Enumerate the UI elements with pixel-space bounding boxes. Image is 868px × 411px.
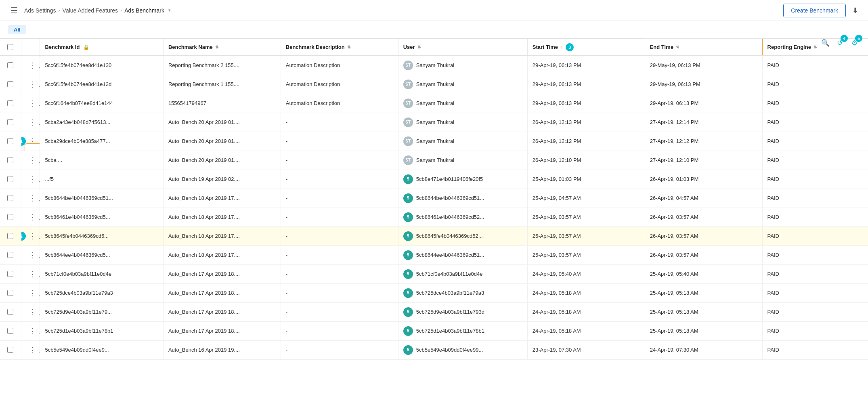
breadcrumb-dropdown-icon[interactable]: ▾ — [168, 8, 171, 13]
row-dots-menu-button[interactable]: ⋮ — [26, 289, 38, 298]
row-checkbox[interactable] — [7, 176, 13, 182]
row-menu-cell: ⋮ — [21, 283, 40, 302]
select-all-checkbox[interactable] — [7, 44, 13, 50]
row-start-time: 24-Apr-19, 05:18 AM — [527, 321, 645, 340]
breadcrumb-ads-settings[interactable]: Ads Settings — [24, 7, 56, 14]
row-user: 55cb8644ee4b0446369cd51... — [398, 245, 527, 264]
breadcrumb-ads-benchmark: Ads Benchmark — [124, 7, 164, 14]
header-left: ☰ Ads Settings › Value Added Features › … — [8, 6, 171, 15]
create-benchmark-button[interactable]: Create Benchmark — [783, 4, 846, 17]
row-checkbox[interactable] — [7, 100, 13, 106]
row-checkbox[interactable] — [7, 347, 13, 353]
row-start-time: 26-Apr-19, 12:12 PM — [527, 132, 645, 151]
row-end-time: 26-Apr-19, 03:57 AM — [645, 226, 762, 245]
th-benchmark-description[interactable]: Benchmark Description ⇅ — [281, 39, 398, 56]
row-checkbox[interactable] — [7, 81, 13, 87]
row-user: 55cb8644be4b0446369cd51... — [398, 189, 527, 208]
search-button[interactable]: 🔍 — [820, 37, 831, 48]
row-checkbox[interactable] — [7, 138, 13, 144]
row-checkbox[interactable] — [7, 233, 13, 239]
table-row: ⋮5cc6f164e4b074ee8d41e1441556541794967Au… — [0, 94, 868, 113]
table-row: ⋮5cb71cf0e4b03a9bf11e0d4eAuto_Bench 17 A… — [0, 264, 868, 283]
row-start-time: 25-Apr-19, 01:03 PM — [527, 170, 645, 189]
refresh-button[interactable]: ↺ 4 — [834, 37, 845, 48]
row-dots-menu-button[interactable]: ⋮ — [26, 156, 38, 165]
row-menu-cell: ⋮ — [21, 113, 40, 132]
row-dots-menu-button[interactable]: ⋮ — [26, 308, 38, 317]
row-benchmark-id: 5cb8645fe4b0446369cd5... — [40, 226, 163, 245]
header-right: Create Benchmark ⬇ — [783, 4, 860, 17]
row-checkbox[interactable] — [7, 62, 13, 68]
row-user: 55cb725dce4b03a9bf11e79a3 — [398, 283, 527, 302]
avatar: 5 — [403, 326, 413, 336]
tab-all[interactable]: All — [8, 25, 26, 34]
row-checkbox[interactable] — [7, 119, 13, 125]
row-reporting-engine: PAID — [762, 75, 868, 94]
row-benchmark-name: Auto_Bench 17 Apr 2019 18.... — [163, 302, 281, 321]
th-start-time[interactable]: Start Time ↓ 3 — [527, 39, 645, 56]
th-user-label: User — [403, 44, 415, 50]
row-dots-menu-button[interactable]: ⋮ — [26, 327, 38, 336]
row-checkbox[interactable] — [7, 157, 13, 163]
th-user[interactable]: User ⇅ — [398, 39, 527, 56]
row-benchmark-name: Auto_Bench 19 Apr 2019 02.... — [163, 170, 281, 189]
row-benchmark-description: - — [281, 245, 398, 264]
row-end-time: 24-Apr-19, 07:30 AM — [645, 340, 762, 359]
th-benchmark-id[interactable]: Benchmark Id 🔒 — [40, 39, 163, 56]
row-reporting-engine: PAID — [762, 208, 868, 226]
row-checkbox[interactable] — [7, 214, 13, 220]
row-checkbox-cell — [0, 302, 21, 321]
table-row: ⋮...f5Auto_Bench 19 Apr 2019 02....-55cb… — [0, 170, 868, 189]
row-dots-menu-button[interactable]: ⋮ — [26, 80, 38, 89]
row-menu-cell: ⋮ — [21, 302, 40, 321]
user-name: Sanyam Thukral — [416, 138, 454, 144]
row-benchmark-id: 5cba.... — [40, 151, 163, 170]
row-benchmark-name: Auto_Bench 16 Apr 2019 19.... — [163, 340, 281, 359]
user-name: Sanyam Thukral — [416, 119, 454, 125]
row-checkbox-cell — [0, 208, 21, 226]
th-benchmark-name-label: Benchmark Name — [168, 44, 213, 50]
row-dots-menu-button[interactable]: ⋮ — [26, 118, 38, 127]
row-checkbox-cell — [0, 151, 21, 170]
row-start-time: 26-Apr-19, 12:13 PM — [527, 113, 645, 132]
row-checkbox[interactable] — [7, 328, 13, 334]
row-dots-menu-button[interactable]: ⋮ — [26, 232, 38, 241]
row-checkbox[interactable] — [7, 309, 13, 315]
row-benchmark-name: Auto_Bench 17 Apr 2019 18.... — [163, 264, 281, 283]
row-checkbox[interactable] — [7, 252, 13, 258]
row-checkbox[interactable] — [7, 290, 13, 296]
th-benchmark-desc-label: Benchmark Description — [286, 44, 345, 50]
th-benchmark-name[interactable]: Benchmark Name ⇅ — [163, 39, 281, 56]
row-reporting-engine: PAID — [762, 245, 868, 264]
th-end-time[interactable]: End Time ⇅ — [645, 39, 762, 56]
hamburger-menu[interactable]: ☰ — [8, 6, 20, 15]
avatar: ST — [403, 136, 413, 146]
row-benchmark-id: ...f5 — [40, 170, 163, 189]
row-checkbox[interactable] — [7, 271, 13, 277]
row-benchmark-description: - — [281, 132, 398, 151]
row-reporting-engine: PAID — [762, 340, 868, 359]
settings-col-button[interactable]: ⚙ 5 — [849, 37, 860, 48]
row-checkbox[interactable] — [7, 195, 13, 201]
row-benchmark-description: - — [281, 226, 398, 245]
row-menu-cell: ⋮ — [21, 208, 40, 226]
row-dots-menu-button[interactable]: ⋮ — [26, 99, 38, 108]
table-row: ⋮5cb725d1e4b03a9bf11e78b1Auto_Bench 17 A… — [0, 321, 868, 340]
row-dots-menu-button[interactable]: ⋮ — [26, 175, 38, 184]
row-dots-menu-button[interactable]: ⋮ — [26, 61, 38, 70]
row-end-time: 29-May-19, 06:13 PM — [645, 56, 762, 75]
context-menu-delete[interactable]: 🗑 Delete — [25, 146, 40, 151]
row-dots-menu-button[interactable]: ⋮ — [26, 194, 38, 203]
breadcrumb-value-added[interactable]: Value Added Features — [63, 7, 118, 14]
row-start-time: 23-Apr-19, 07:30 AM — [527, 340, 645, 359]
download-button[interactable]: ⬇ — [851, 4, 860, 17]
row-dots-menu-button[interactable]: ⋮ — [26, 213, 38, 222]
row-benchmark-name: Auto_Bench 18 Apr 2019 17.... — [163, 226, 281, 245]
row-dots-menu-button[interactable]: ⋮ — [26, 251, 38, 260]
table-row: 2⋮5cb8645fe4b0446369cd5...Auto_Bench 18 … — [0, 226, 868, 245]
row-dots-menu-button[interactable]: ⋮ — [26, 270, 38, 279]
table-row: ⋮5cb8644ee4b0446369cd5...Auto_Bench 18 A… — [0, 245, 868, 264]
row-benchmark-description: Automation Description — [281, 75, 398, 94]
user-name: 5cb725d9e4b03a9bf11e793d — [416, 309, 484, 315]
row-dots-menu-button[interactable]: ⋮ — [26, 346, 38, 354]
